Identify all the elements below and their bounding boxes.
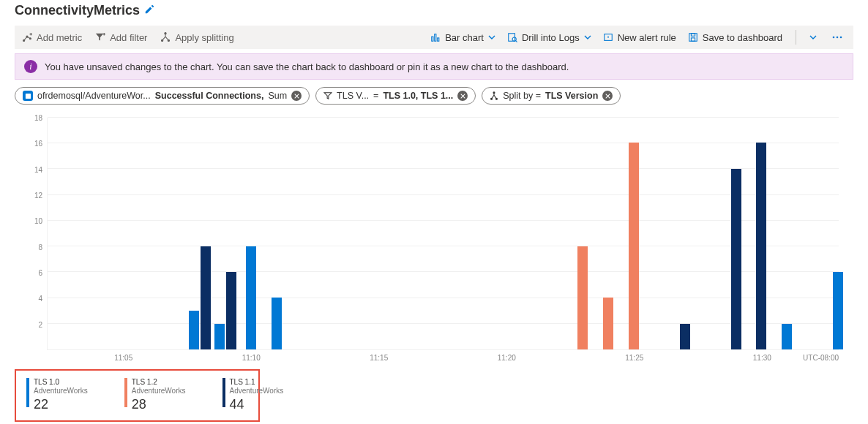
legend-name: TLS 1.0 bbox=[34, 378, 88, 387]
chevron-down-icon bbox=[584, 32, 591, 43]
chart-type-button[interactable]: Bar chart bbox=[430, 32, 495, 43]
y-tick: 18 bbox=[34, 114, 42, 122]
bar-tls1.0[interactable] bbox=[782, 324, 792, 349]
svg-rect-6 bbox=[432, 37, 433, 41]
legend-sub: AdventureWorks bbox=[230, 387, 284, 395]
metric-name: Successful Connections, bbox=[155, 91, 264, 101]
legend-item[interactable]: TLS 1.0AdventureWorks22 bbox=[26, 378, 88, 413]
bar-tls1.0[interactable] bbox=[189, 311, 199, 349]
svg-point-4 bbox=[162, 39, 163, 41]
svg-rect-12 bbox=[689, 34, 697, 42]
svg-point-20 bbox=[491, 98, 493, 99]
close-icon[interactable] bbox=[457, 91, 468, 101]
add-metric-button[interactable]: Add metric bbox=[22, 32, 82, 43]
legend-value: 28 bbox=[132, 397, 186, 413]
bar-tls1.0[interactable] bbox=[272, 298, 282, 349]
bar-tls1.1[interactable] bbox=[756, 143, 766, 349]
bar-tls1.1[interactable] bbox=[201, 246, 211, 349]
more-icon[interactable] bbox=[828, 31, 846, 43]
svg-point-16 bbox=[837, 37, 839, 39]
legend-item[interactable]: TLS 1.1AdventureWorks44 bbox=[222, 378, 284, 413]
legend-box: TLS 1.0AdventureWorks22TLS 1.2AdventureW… bbox=[15, 369, 260, 422]
drill-logs-label: Drill into Logs bbox=[522, 32, 580, 43]
chevron-down-icon bbox=[488, 32, 495, 43]
split-prefix: Split by = bbox=[503, 91, 541, 101]
filter-pill[interactable]: TLS V... = TLS 1.0, TLS 1... bbox=[315, 87, 476, 105]
bar-tls1.2[interactable] bbox=[629, 143, 639, 349]
toolbar: Add metric Add filter Apply splitting Ba… bbox=[15, 26, 853, 49]
sql-icon bbox=[23, 91, 33, 101]
legend-value: 22 bbox=[34, 397, 88, 413]
legend-sub: AdventureWorks bbox=[132, 387, 186, 395]
add-filter-button[interactable]: Add filter bbox=[95, 32, 147, 43]
svg-rect-7 bbox=[435, 34, 436, 42]
filter-field: TLS V... bbox=[337, 91, 369, 101]
new-alert-label: New alert rule bbox=[618, 32, 676, 43]
split-icon bbox=[490, 91, 498, 100]
svg-point-21 bbox=[496, 98, 498, 99]
y-tick: 6 bbox=[38, 269, 42, 277]
x-tick: 11:25 bbox=[625, 354, 643, 362]
toolbar-divider bbox=[796, 30, 796, 45]
x-tick: 11:05 bbox=[114, 354, 132, 362]
add-filter-label: Add filter bbox=[110, 32, 147, 43]
apply-splitting-button[interactable]: Apply splitting bbox=[160, 32, 233, 43]
save-label: Save to dashboard bbox=[703, 32, 782, 43]
bar-tls1.1[interactable] bbox=[731, 169, 741, 349]
chart-area: 24681012141618 UTC-08:00 11:0511:1011:15… bbox=[15, 118, 853, 366]
bar-tls1.2[interactable] bbox=[577, 246, 588, 349]
legend-value: 44 bbox=[230, 397, 284, 413]
y-axis: 24681012141618 bbox=[28, 118, 42, 350]
metric-agg: Sum bbox=[268, 91, 287, 101]
page-title: ConnectivityMetrics bbox=[15, 3, 140, 18]
chevron-down-icon[interactable] bbox=[809, 32, 817, 43]
x-tick: 11:10 bbox=[242, 354, 261, 362]
x-axis: UTC-08:00 11:0511:1011:1511:2011:2511:30 bbox=[47, 352, 839, 366]
svg-point-15 bbox=[833, 37, 835, 39]
legend-swatch bbox=[222, 378, 225, 407]
info-icon: i bbox=[24, 60, 37, 73]
notice-text: You have unsaved changes to the chart. Y… bbox=[45, 61, 569, 72]
metric-pill[interactable]: ofrdemosql/AdventureWor... Successful Co… bbox=[15, 87, 310, 105]
svg-point-10 bbox=[512, 37, 516, 41]
close-icon[interactable] bbox=[291, 91, 302, 101]
filter-icon bbox=[323, 91, 332, 100]
svg-point-5 bbox=[168, 39, 170, 41]
x-tick: 11:20 bbox=[498, 354, 516, 362]
legend-swatch bbox=[26, 378, 29, 407]
filter-eq: = bbox=[373, 91, 378, 101]
bar-tls1.0[interactable] bbox=[214, 324, 225, 349]
svg-point-19 bbox=[493, 92, 495, 94]
legend-item[interactable]: TLS 1.2AdventureWorks28 bbox=[124, 378, 186, 413]
bar-tls1.2[interactable] bbox=[603, 298, 613, 349]
chart-type-label: Bar chart bbox=[445, 32, 484, 43]
bar-tls1.0[interactable] bbox=[833, 272, 843, 349]
save-button[interactable]: Save to dashboard bbox=[688, 32, 782, 43]
bar-tls1.1[interactable] bbox=[226, 272, 236, 349]
new-alert-button[interactable]: New alert rule bbox=[603, 32, 676, 43]
legend-name: TLS 1.1 bbox=[230, 378, 284, 387]
drill-logs-button[interactable]: Drill into Logs bbox=[507, 32, 591, 43]
metric-scope: ofrdemosql/AdventureWor... bbox=[37, 91, 151, 101]
apply-splitting-label: Apply splitting bbox=[175, 32, 233, 43]
legend-swatch bbox=[124, 378, 127, 407]
svg-point-3 bbox=[165, 33, 166, 34]
pill-row: ofrdemosql/AdventureWor... Successful Co… bbox=[15, 87, 853, 105]
svg-rect-14 bbox=[691, 38, 695, 41]
split-pill[interactable]: Split by = TLS Version bbox=[482, 87, 621, 105]
close-icon[interactable] bbox=[602, 91, 613, 101]
split-value: TLS Version bbox=[545, 91, 598, 101]
bar-tls1.0[interactable] bbox=[246, 246, 256, 349]
plot-area bbox=[47, 118, 839, 350]
y-tick: 12 bbox=[34, 192, 42, 200]
filter-value: TLS 1.0, TLS 1... bbox=[383, 91, 453, 101]
timezone-label: UTC-08:00 bbox=[803, 354, 839, 362]
edit-icon[interactable] bbox=[144, 4, 154, 17]
add-metric-label: Add metric bbox=[37, 32, 82, 43]
unsaved-notice: i You have unsaved changes to the chart.… bbox=[15, 53, 853, 80]
y-tick: 4 bbox=[38, 295, 42, 303]
bar-tls1.1[interactable] bbox=[680, 324, 690, 349]
x-tick: 11:30 bbox=[753, 354, 771, 362]
svg-rect-13 bbox=[691, 34, 695, 37]
y-tick: 2 bbox=[38, 320, 42, 328]
